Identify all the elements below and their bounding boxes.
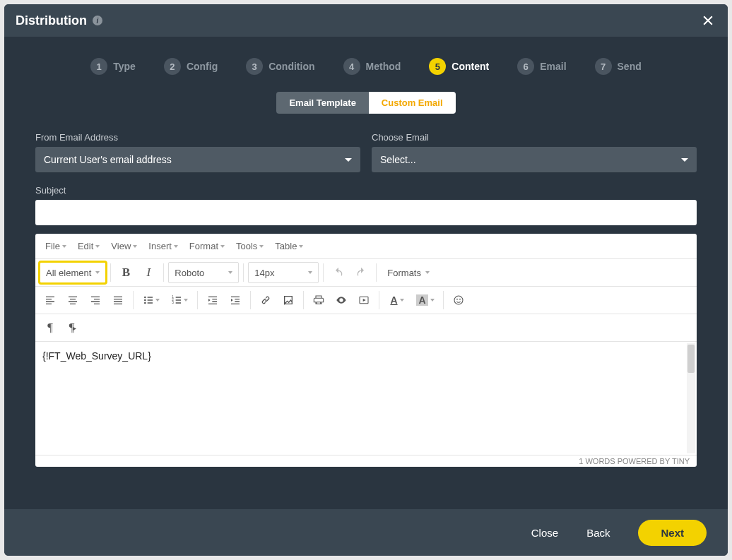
editor-statusbar: 1 WORDS POWERED BY TINY — [35, 455, 697, 467]
scrollbar[interactable] — [687, 343, 695, 453]
from-email-select[interactable]: Current User's email address — [35, 147, 360, 172]
tab-custom-email[interactable]: Custom Email — [369, 92, 456, 114]
ltr-direction-button[interactable]: ¶▸ — [62, 317, 83, 338]
chevron-down-icon — [220, 245, 225, 248]
editor-toolbar-row3: ¶ ¶▸ — [35, 314, 697, 342]
chevron-down-icon — [400, 299, 404, 302]
chevron-down-icon — [228, 271, 232, 274]
redo-button[interactable] — [350, 262, 372, 283]
svg-point-7 — [454, 296, 463, 304]
step-content[interactable]: 5 Content — [429, 58, 489, 75]
step-email[interactable]: 6 Email — [517, 58, 566, 75]
print-button[interactable] — [308, 290, 329, 311]
subject-label: Subject — [35, 185, 697, 196]
bold-button[interactable]: B — [115, 262, 136, 283]
element-picker[interactable]: All element — [40, 262, 106, 283]
chevron-down-icon — [184, 299, 188, 302]
rich-text-editor: File Edit View Insert Format Tools Table… — [35, 234, 697, 467]
chevron-down-icon — [430, 299, 435, 302]
scrollbar-thumb[interactable] — [687, 345, 695, 373]
svg-text:3: 3 — [172, 301, 174, 304]
italic-button[interactable]: I — [138, 262, 159, 283]
step-send[interactable]: 7 Send — [595, 58, 642, 75]
outdent-button[interactable] — [202, 290, 223, 311]
pilcrow-button[interactable]: ¶ — [40, 317, 61, 338]
tab-email-template[interactable]: Email Template — [276, 92, 368, 114]
close-button[interactable]: Close — [531, 527, 558, 539]
image-button[interactable] — [278, 290, 299, 311]
menu-view[interactable]: View — [107, 238, 141, 254]
font-family-select[interactable]: Roboto — [168, 262, 239, 283]
chevron-down-icon — [62, 245, 66, 248]
chevron-down-icon — [95, 245, 100, 248]
step-type[interactable]: 1 Type — [90, 58, 136, 75]
chevron-down-icon — [95, 271, 100, 274]
step-config[interactable]: 2 Config — [164, 58, 218, 75]
menu-edit[interactable]: Edit — [73, 238, 104, 254]
menu-file[interactable]: File — [41, 238, 71, 254]
link-button[interactable] — [255, 290, 276, 311]
chevron-down-icon — [345, 158, 352, 162]
subject-input[interactable] — [35, 200, 697, 225]
bullet-list-button[interactable] — [138, 290, 165, 311]
chevron-down-icon — [133, 245, 137, 248]
align-right-button[interactable] — [85, 290, 106, 311]
chevron-down-icon — [259, 245, 264, 248]
menu-tools[interactable]: Tools — [232, 238, 268, 254]
choose-email-select[interactable]: Select... — [372, 147, 697, 172]
undo-button[interactable] — [328, 262, 349, 283]
editor-content-area[interactable]: {!FT_Web_Survey_URL} — [35, 342, 697, 455]
svg-point-0 — [144, 297, 146, 299]
stepper: 1 Type 2 Config 3 Condition 4 Method 5 C… — [4, 37, 728, 92]
align-justify-button[interactable] — [107, 290, 129, 311]
from-email-label: From Email Address — [35, 132, 360, 143]
editor-toolbar-row2: 123 A A — [35, 287, 697, 314]
info-icon[interactable]: i — [93, 16, 102, 25]
svg-point-1 — [144, 299, 146, 302]
menu-format[interactable]: Format — [185, 238, 229, 254]
chevron-down-icon — [681, 158, 688, 162]
chevron-down-icon — [308, 271, 312, 274]
svg-point-8 — [456, 299, 458, 300]
email-type-tabs: Email Template Custom Email — [35, 92, 697, 114]
choose-email-label: Choose Email — [372, 132, 697, 143]
next-button[interactable]: Next — [638, 520, 707, 546]
step-method[interactable]: 4 Method — [343, 58, 401, 75]
chevron-down-icon — [174, 245, 178, 248]
preview-button[interactable] — [331, 290, 352, 311]
align-left-button[interactable] — [40, 290, 61, 311]
formats-select[interactable]: Formats — [381, 262, 436, 283]
numbered-list-button[interactable]: 123 — [166, 290, 193, 311]
text-color-button[interactable]: A — [384, 290, 411, 311]
chevron-down-icon — [299, 245, 303, 248]
editor-toolbar-row1: All element B I Roboto 14px — [35, 259, 697, 287]
modal-footer: Close Back Next — [4, 509, 728, 556]
step-condition[interactable]: 3 Condition — [246, 58, 314, 75]
back-button[interactable]: Back — [586, 527, 610, 539]
align-center-button[interactable] — [62, 290, 83, 311]
indent-button[interactable] — [225, 290, 246, 311]
chevron-down-icon — [425, 271, 430, 274]
font-size-select[interactable]: 14px — [248, 262, 319, 283]
svg-point-9 — [459, 299, 461, 300]
background-color-button[interactable]: A — [412, 290, 439, 311]
menu-table[interactable]: Table — [271, 238, 307, 254]
media-button[interactable] — [353, 290, 374, 311]
editor-menubar: File Edit View Insert Format Tools Table — [35, 234, 697, 259]
modal-title: Distribution — [16, 13, 87, 28]
modal-header: Distribution i — [4, 4, 728, 37]
menu-insert[interactable]: Insert — [144, 238, 182, 254]
emoji-button[interactable] — [448, 290, 469, 311]
chevron-down-icon — [155, 299, 160, 302]
distribution-modal: Distribution i 1 Type 2 Config 3 Conditi… — [4, 4, 728, 556]
editor-content: {!FT_Web_Survey_URL} — [42, 350, 151, 362]
svg-point-2 — [144, 302, 146, 304]
close-icon[interactable] — [699, 12, 716, 29]
